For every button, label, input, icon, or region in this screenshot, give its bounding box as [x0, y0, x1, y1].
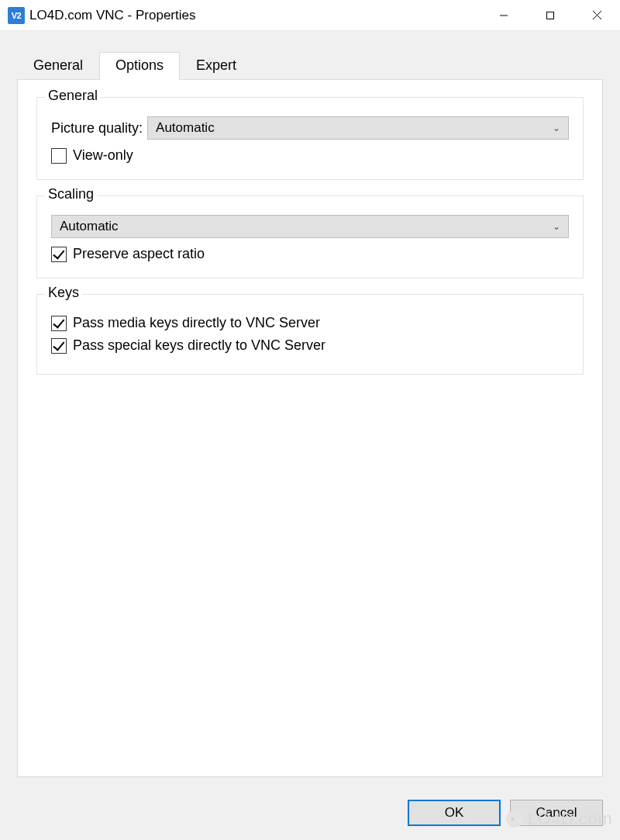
group-keys: Keys Pass media keys directly to VNC Ser…	[36, 294, 584, 375]
maximize-button[interactable]	[527, 0, 574, 30]
ok-button[interactable]: OK	[408, 800, 501, 826]
group-scaling-legend: Scaling	[45, 186, 97, 202]
pass-special-keys-label: Pass special keys directly to VNC Server	[73, 337, 326, 354]
tab-panel-options: General Picture quality: Automatic ⌄ Vie…	[17, 79, 603, 777]
scaling-select[interactable]: Automatic ⌄	[51, 215, 569, 238]
app-icon: V2	[8, 7, 25, 24]
tab-general[interactable]: General	[17, 52, 99, 80]
group-scaling: Scaling Automatic ⌄ Preserve aspect rati…	[36, 195, 584, 278]
tab-expert[interactable]: Expert	[180, 52, 253, 80]
maximize-icon	[546, 11, 555, 20]
preserve-aspect-checkbox[interactable]	[51, 247, 67, 262]
minimize-icon	[499, 11, 508, 20]
picture-quality-label: Picture quality:	[51, 120, 143, 137]
view-only-checkbox[interactable]	[51, 148, 67, 164]
preserve-aspect-row[interactable]: Preserve aspect ratio	[51, 246, 569, 262]
group-general: General Picture quality: Automatic ⌄ Vie…	[36, 97, 584, 180]
pass-media-keys-label: Pass media keys directly to VNC Server	[73, 315, 320, 331]
svg-rect-1	[547, 12, 554, 19]
tab-options[interactable]: Options	[99, 52, 180, 80]
tabstrip: General Options Expert	[0, 31, 620, 79]
pass-special-keys-row[interactable]: Pass special keys directly to VNC Server	[51, 337, 569, 354]
scaling-value: Automatic	[60, 219, 119, 234]
footer-buttons: OK Cancel	[408, 800, 603, 826]
chevron-down-icon: ⌄	[553, 221, 560, 232]
pass-special-keys-checkbox[interactable]	[51, 338, 67, 354]
picture-quality-select[interactable]: Automatic ⌄	[147, 116, 569, 140]
picture-quality-value: Automatic	[156, 120, 215, 136]
chevron-down-icon: ⌄	[553, 123, 560, 133]
close-icon	[592, 10, 602, 20]
close-button[interactable]	[574, 0, 620, 30]
titlebar: V2 LO4D.com VNC - Properties	[0, 0, 620, 31]
view-only-row[interactable]: View-only	[51, 147, 569, 164]
group-general-legend: General	[45, 88, 101, 104]
window-title: LO4D.com VNC - Properties	[29, 8, 480, 23]
pass-media-keys-checkbox[interactable]	[51, 316, 67, 331]
window-controls	[480, 0, 620, 30]
cancel-button[interactable]: Cancel	[510, 800, 603, 826]
preserve-aspect-label: Preserve aspect ratio	[73, 246, 205, 262]
minimize-button[interactable]	[480, 0, 527, 30]
view-only-label: View-only	[73, 147, 133, 164]
pass-media-keys-row[interactable]: Pass media keys directly to VNC Server	[51, 315, 569, 331]
client-area: General Options Expert General Picture q…	[0, 31, 620, 840]
group-keys-legend: Keys	[45, 285, 82, 301]
